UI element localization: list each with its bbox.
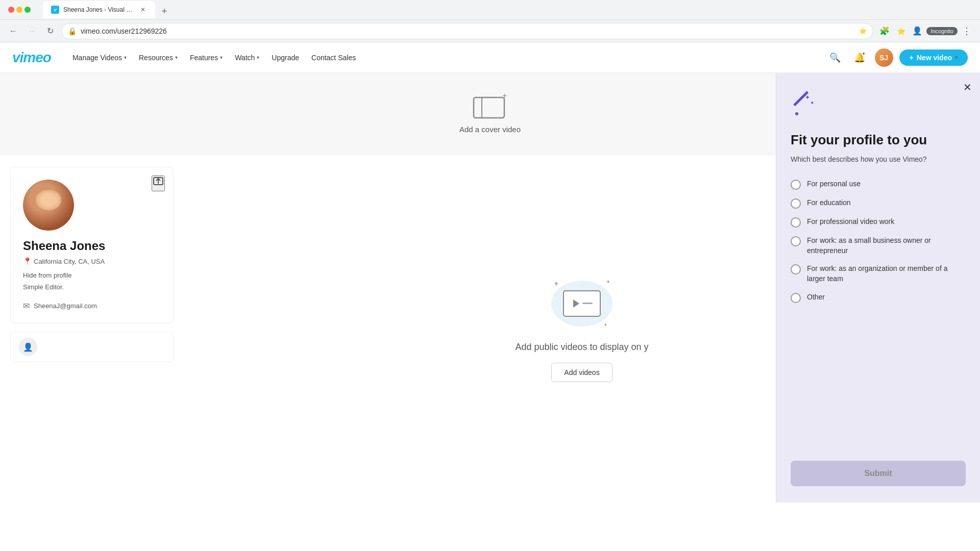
sparkle-icon: ✦: [606, 279, 610, 285]
option-other-label: Other: [807, 292, 825, 303]
option-professional[interactable]: For professional video work: [791, 217, 966, 228]
profile-panel: ✕ ✦ ✦ Fit your profile to you Which best…: [776, 73, 980, 503]
main-nav: Manage Videos ▾ Resources ▾ Features ▾ W…: [67, 51, 810, 65]
option-personal[interactable]: For personal use: [791, 179, 966, 190]
radio-small-business[interactable]: [791, 236, 801, 246]
play-icon: [573, 299, 579, 308]
notification-dot: [862, 52, 866, 56]
share-button[interactable]: [152, 176, 165, 191]
additional-profile-card: 👤: [10, 332, 174, 362]
user-avatar[interactable]: SJ: [875, 48, 893, 67]
option-organization[interactable]: For work: as an organization or member o…: [791, 264, 966, 284]
incognito-badge[interactable]: Incognito: [926, 27, 958, 35]
vimeo-header: vimeo Manage Videos ▾ Resources ▾ Featur…: [0, 42, 980, 73]
new-tab-button[interactable]: +: [157, 4, 172, 18]
panel-title: Fit your profile to you: [791, 132, 966, 148]
submit-button[interactable]: Submit: [791, 461, 966, 486]
svg-rect-0: [474, 97, 504, 118]
editor-text: Simple Editor.: [23, 283, 161, 291]
profile-location: 📍 California City, CA, USA: [23, 257, 161, 265]
radio-education[interactable]: [791, 198, 801, 209]
nav-resources[interactable]: Resources ▾: [134, 51, 183, 65]
back-button[interactable]: ←: [6, 24, 20, 38]
option-small-business[interactable]: For work: as a small business owner or e…: [791, 236, 966, 256]
menu-button[interactable]: ⋮: [960, 24, 974, 38]
chevron-down-icon: ▾: [124, 55, 127, 60]
option-other[interactable]: Other: [791, 292, 966, 303]
hide-from-profile-text: Hide from profile: [23, 271, 161, 279]
reload-button[interactable]: ↻: [43, 24, 57, 38]
radio-organization[interactable]: [791, 264, 801, 274]
option-organization-label: For work: as an organization or member o…: [807, 264, 966, 284]
notifications-button[interactable]: 🔔: [850, 48, 869, 67]
empty-videos-text: Add public videos to display on y: [515, 342, 648, 353]
tab-title: Sheena Jones - Visual Effects P: [63, 6, 135, 13]
cover-video-text: Add a cover video: [459, 125, 521, 134]
nav-contact-sales[interactable]: Contact Sales: [306, 51, 361, 65]
empty-video-illustration: ✦ ✦ ✦: [546, 276, 618, 332]
nav-features[interactable]: Features ▾: [185, 51, 228, 65]
radio-personal[interactable]: [791, 180, 801, 190]
progress-bar: [582, 303, 593, 304]
option-education-label: For education: [807, 198, 851, 208]
chevron-down-icon: ▾: [175, 55, 178, 60]
profile-button[interactable]: 👤: [910, 24, 924, 38]
new-video-button[interactable]: + New video ▾: [899, 49, 968, 66]
profile-secondary-avatar: 👤: [19, 338, 37, 356]
svg-point-6: [795, 112, 798, 115]
radio-professional[interactable]: [791, 217, 801, 228]
email-icon: ✉: [23, 301, 30, 311]
vimeo-logo[interactable]: vimeo: [12, 49, 51, 66]
active-tab[interactable]: V Sheena Jones - Visual Effects P ✕: [43, 1, 155, 18]
bookmark-button[interactable]: ⭐: [894, 24, 908, 38]
profile-avatar[interactable]: [23, 180, 74, 231]
radio-other[interactable]: [791, 293, 801, 303]
use-case-options: For personal use For education For profe…: [791, 179, 966, 303]
nav-manage-videos[interactable]: Manage Videos ▾: [67, 51, 132, 65]
panel-icon-container: ✦ ✦: [791, 89, 966, 122]
video-frame-icon: [563, 290, 601, 317]
address-bar[interactable]: 🔒 vimeo.com/user212969226 ⭐: [61, 23, 873, 39]
option-small-business-label: For work: as a small business owner or e…: [807, 236, 966, 256]
profile-email: ✉ SheenaJ@gmail.com: [23, 301, 161, 311]
svg-text:✦: ✦: [805, 94, 810, 101]
profile-name: Sheena Jones: [23, 239, 161, 253]
svg-text:+: +: [502, 93, 507, 100]
option-professional-label: For professional video work: [807, 217, 894, 227]
url-text: vimeo.com/user212969226: [81, 27, 855, 35]
profile-card: Sheena Jones 📍 California City, CA, USA …: [10, 167, 174, 323]
add-videos-button[interactable]: Add videos: [551, 363, 612, 382]
option-education[interactable]: For education: [791, 198, 966, 209]
chevron-down-icon: ▾: [220, 55, 223, 60]
option-personal-label: For personal use: [807, 179, 861, 189]
cover-video-icon: +: [473, 93, 507, 120]
location-icon: 📍: [23, 257, 32, 265]
wand-icon: ✦ ✦: [791, 89, 821, 120]
tab-close-button[interactable]: ✕: [139, 6, 147, 14]
search-button[interactable]: 🔍: [826, 48, 844, 67]
svg-text:✦: ✦: [810, 100, 814, 106]
chevron-down-icon: ▾: [257, 55, 259, 60]
panel-close-button[interactable]: ✕: [963, 81, 972, 93]
chevron-down-icon: ▾: [955, 55, 958, 60]
nav-upgrade[interactable]: Upgrade: [266, 51, 304, 65]
tab-favicon: V: [51, 6, 59, 14]
browser-controls: [6, 7, 31, 13]
nav-watch[interactable]: Watch ▾: [230, 51, 264, 65]
plus-icon: +: [910, 54, 914, 62]
sparkle-icon: ✦: [603, 322, 607, 328]
forward-button[interactable]: →: [24, 24, 39, 38]
panel-subtitle: Which best describes how you use Vimeo?: [791, 154, 966, 165]
share-icon: [153, 177, 164, 188]
extensions-button[interactable]: 🧩: [877, 24, 892, 38]
sparkle-icon: ✦: [553, 280, 559, 288]
header-actions: 🔍 🔔 SJ + New video ▾: [826, 48, 968, 67]
